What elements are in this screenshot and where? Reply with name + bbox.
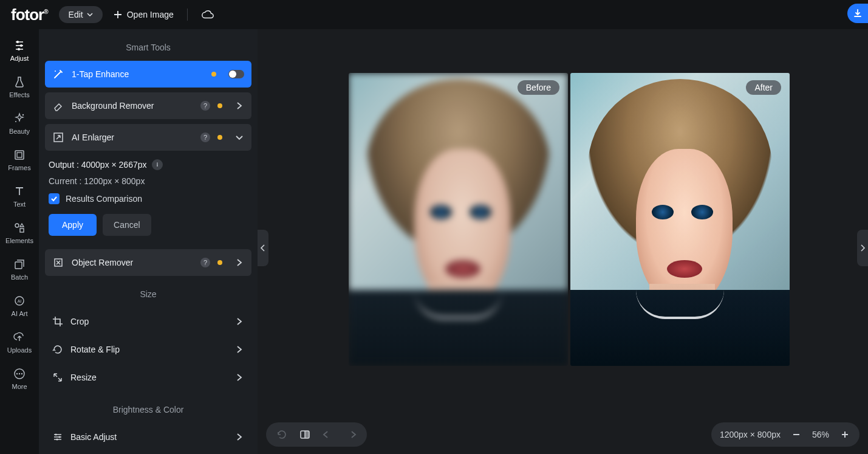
help-icon[interactable]: ?: [200, 101, 210, 111]
ai-icon: AI: [13, 295, 26, 307]
zoom-out-button[interactable]: [790, 428, 802, 441]
compare-button[interactable]: [299, 428, 311, 441]
shapes-icon: [13, 222, 26, 234]
svg-rect-8: [20, 229, 24, 232]
rail-item-batch[interactable]: Batch: [0, 255, 39, 283]
undo-button[interactable]: [322, 428, 334, 441]
plus-icon: [114, 10, 122, 19]
apply-button[interactable]: Apply: [49, 214, 97, 236]
svg-point-1: [20, 44, 22, 47]
crop-icon: [52, 316, 63, 327]
help-icon[interactable]: ?: [200, 258, 210, 267]
more-icon: [13, 368, 26, 380]
eraser-icon: [53, 100, 64, 111]
rail-item-label: Beauty: [9, 128, 30, 135]
chevron-right-icon: [234, 373, 244, 382]
rail-item-label: AI Art: [12, 310, 28, 317]
after-image: After: [570, 73, 790, 366]
tool-basic-adjust[interactable]: Basic Adjust: [45, 423, 251, 451]
rail-item-label: Frames: [8, 164, 30, 171]
svg-text:AI: AI: [18, 299, 22, 303]
tool-object-remover[interactable]: Object Remover ?: [45, 249, 251, 276]
tool-label: Resize: [70, 373, 222, 382]
enhance-toggle[interactable]: [228, 70, 244, 78]
cloud-icon: [201, 10, 214, 19]
tool-1tap-enhance[interactable]: 1-Tap Enhance: [45, 61, 251, 88]
canvas-area: Before After 1200px × 800px 56%: [258, 29, 868, 454]
minus-icon: [792, 430, 801, 439]
history-button[interactable]: [276, 428, 288, 441]
results-comparison-checkbox[interactable]: Results Comparison: [49, 193, 248, 204]
chevron-right-icon: [234, 101, 244, 111]
adjust-panel: Smart Tools 1-Tap Enhance Background Rem…: [39, 29, 258, 454]
rotate-icon: [52, 344, 63, 355]
zoom-in-button[interactable]: [839, 428, 851, 441]
current-size-label: Current : 1200px × 800px: [49, 176, 248, 186]
zoom-percent: 56%: [812, 430, 829, 439]
svg-point-18: [157, 162, 158, 163]
svg-rect-9: [15, 262, 22, 269]
rail-item-label: Elements: [5, 237, 33, 244]
text-icon: [13, 185, 26, 198]
brand-logo: fotor®: [11, 5, 48, 24]
download-icon: [853, 9, 863, 18]
chevron-down-icon: [234, 132, 244, 142]
rail-item-aiart[interactable]: AI AI Art: [0, 292, 39, 320]
redo-icon: [346, 430, 357, 439]
rail-item-text[interactable]: Text: [0, 182, 39, 210]
cloud-sync-button[interactable]: [201, 10, 214, 19]
svg-point-0: [16, 41, 19, 43]
rail-item-adjust[interactable]: Adjust: [0, 36, 39, 64]
checkbox-icon: [49, 193, 60, 204]
left-rail: Adjust Effects Beauty Frames Text Elemen…: [0, 29, 39, 454]
rail-item-effects[interactable]: Effects: [0, 73, 39, 101]
premium-dot-icon: [217, 260, 222, 265]
svg-point-4: [15, 121, 16, 122]
rail-item-label: Batch: [11, 273, 28, 281]
svg-point-21: [55, 433, 56, 435]
premium-dot-icon: [217, 135, 222, 140]
edit-menu-button[interactable]: Edit: [59, 6, 103, 23]
section-title-brightness-color: Brightness & Color: [45, 405, 251, 414]
tool-resize[interactable]: Resize: [45, 363, 251, 391]
rail-item-uploads[interactable]: Uploads: [0, 328, 39, 356]
chevron-left-icon: [260, 244, 266, 252]
help-icon[interactable]: ?: [200, 132, 210, 142]
comparison-image[interactable]: Before After: [349, 73, 790, 366]
expand-right-tab[interactable]: [857, 230, 868, 266]
undo-icon: [323, 430, 333, 439]
section-title-size: Size: [45, 289, 251, 299]
chevron-down-icon: [87, 12, 93, 18]
rail-item-elements[interactable]: Elements: [0, 219, 39, 247]
download-button[interactable]: [847, 4, 868, 23]
tool-background-remover[interactable]: Background Remover ?: [45, 92, 251, 119]
tool-ai-enlarger[interactable]: AI Enlarger ?: [45, 124, 251, 151]
tool-rotate-flip[interactable]: Rotate & Flip: [45, 335, 251, 363]
resize-icon: [52, 372, 63, 383]
info-icon[interactable]: [152, 159, 163, 170]
plus-icon: [841, 430, 849, 439]
chevron-right-icon: [234, 432, 244, 442]
open-image-button[interactable]: Open Image: [114, 10, 174, 19]
stack-icon: [13, 258, 26, 270]
rail-item-frames[interactable]: Frames: [0, 146, 39, 174]
upload-icon: [13, 331, 26, 343]
rail-item-beauty[interactable]: Beauty: [0, 109, 39, 137]
rail-item-label: Adjust: [10, 55, 29, 62]
chevron-right-icon: [234, 345, 244, 354]
compare-icon: [299, 429, 310, 440]
separator: [187, 9, 188, 21]
chevron-right-icon: [234, 317, 244, 326]
redo-button[interactable]: [345, 428, 357, 441]
before-image: Before: [349, 73, 568, 366]
tool-crop[interactable]: Crop: [45, 308, 251, 335]
svg-point-23: [56, 438, 58, 440]
cancel-button[interactable]: Cancel: [103, 214, 151, 236]
svg-point-22: [58, 436, 60, 438]
svg-point-7: [15, 224, 19, 227]
rail-item-more[interactable]: More: [0, 365, 39, 393]
collapse-panel-tab[interactable]: [258, 230, 268, 266]
svg-point-15: [21, 373, 22, 374]
svg-rect-6: [17, 153, 22, 157]
flask-icon: [13, 76, 26, 88]
